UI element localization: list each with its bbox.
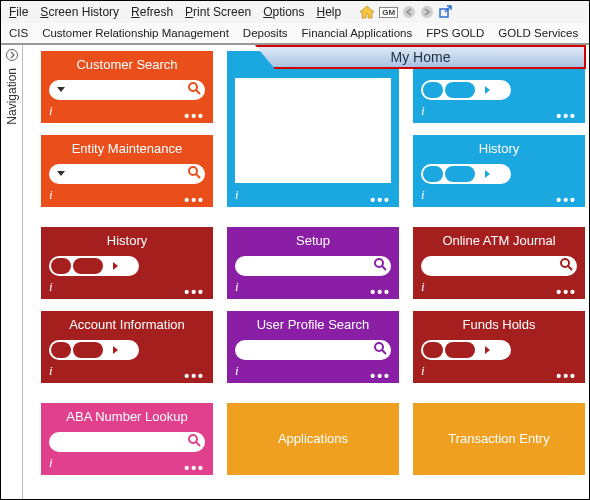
- tile-pill-nav[interactable]: [49, 340, 139, 360]
- svg-point-7: [189, 167, 197, 175]
- tile-customer-search[interactable]: Customer Search i•••: [41, 51, 213, 123]
- more-icon[interactable]: •••: [184, 289, 205, 295]
- more-icon[interactable]: •••: [184, 373, 205, 379]
- menu-print-screen[interactable]: Print Screen: [185, 5, 251, 19]
- gm-icon[interactable]: GM: [379, 7, 398, 18]
- tile-search-input[interactable]: [421, 256, 577, 276]
- search-icon[interactable]: [187, 433, 201, 450]
- tile-title: ABA Number Lookup: [49, 409, 205, 424]
- tile-title: Entity Maintenance: [49, 141, 205, 156]
- info-icon[interactable]: i: [421, 279, 425, 295]
- tile-group-3: ABA Number Lookup i••• Applications Tran…: [41, 403, 579, 475]
- menubar: File Screen History Refresh Print Screen…: [1, 1, 589, 23]
- chevron-right-icon: [6, 49, 18, 64]
- tile-group-2: History i••• Setup i••• Onli: [41, 227, 579, 383]
- nav-deposits[interactable]: Deposits: [243, 27, 288, 39]
- tile-transaction-entry[interactable]: Transaction Entry: [413, 403, 585, 475]
- home-icon[interactable]: [359, 5, 375, 19]
- info-icon[interactable]: i: [235, 187, 239, 203]
- tile-recent[interactable]: Rec i•••: [227, 51, 399, 207]
- search-icon[interactable]: [373, 341, 387, 358]
- more-icon[interactable]: •••: [184, 113, 205, 119]
- my-home-banner[interactable]: My Home: [255, 45, 586, 69]
- more-icon[interactable]: •••: [370, 373, 391, 379]
- tile-account-info[interactable]: Account Information i•••: [41, 311, 213, 383]
- tile-history-maroon[interactable]: History i•••: [41, 227, 213, 299]
- search-icon[interactable]: [187, 81, 201, 98]
- navigation-label: Navigation: [5, 68, 19, 125]
- svg-point-9: [375, 259, 383, 267]
- info-icon[interactable]: i: [49, 103, 53, 119]
- navigation-side-tab[interactable]: Navigation: [1, 45, 23, 499]
- dropdown-icon[interactable]: [57, 171, 65, 176]
- menu-screen-history[interactable]: Screen History: [40, 5, 119, 19]
- tile-group-1: Customer Search i••• Entity Maintenance: [41, 51, 579, 207]
- info-icon[interactable]: i: [235, 363, 239, 379]
- tile-title: Customer Search: [49, 57, 205, 72]
- menu-options[interactable]: Options: [263, 5, 304, 19]
- tiles-wrap: Customer Search i••• Entity Maintenance: [41, 51, 579, 475]
- back-icon: [402, 5, 416, 19]
- info-icon[interactable]: i: [235, 279, 239, 295]
- info-icon[interactable]: i: [421, 187, 425, 203]
- menu-help[interactable]: Help: [317, 5, 342, 19]
- info-icon[interactable]: i: [421, 363, 425, 379]
- search-icon[interactable]: [559, 257, 573, 274]
- nav-fpsgold[interactable]: FPS GOLD: [426, 27, 484, 39]
- tile-search-input[interactable]: [49, 164, 205, 184]
- tile-title: History: [421, 141, 577, 156]
- info-icon[interactable]: i: [421, 103, 425, 119]
- nav-finapps[interactable]: Financial Applications: [302, 27, 413, 39]
- popout-icon[interactable]: [438, 5, 452, 19]
- info-icon[interactable]: i: [49, 279, 53, 295]
- svg-line-8: [196, 174, 200, 178]
- svg-point-2: [421, 6, 433, 18]
- content-area: My Home Customer Search i••• En: [23, 45, 589, 499]
- tile-online-atm[interactable]: Online ATM Journal i•••: [413, 227, 585, 299]
- tile-applications[interactable]: Applications: [227, 403, 399, 475]
- more-icon[interactable]: •••: [370, 197, 391, 203]
- more-icon[interactable]: •••: [556, 373, 577, 379]
- more-icon[interactable]: •••: [556, 113, 577, 119]
- tile-search-input[interactable]: [235, 340, 391, 360]
- info-icon[interactable]: i: [49, 187, 53, 203]
- svg-point-1: [403, 6, 415, 18]
- more-icon[interactable]: •••: [184, 465, 205, 471]
- tile-search-input[interactable]: [235, 256, 391, 276]
- more-icon[interactable]: •••: [556, 197, 577, 203]
- tile-funds-holds[interactable]: Funds Holds i•••: [413, 311, 585, 383]
- more-icon[interactable]: •••: [370, 289, 391, 295]
- tile-pill-nav[interactable]: [421, 340, 511, 360]
- dropdown-icon[interactable]: [57, 87, 65, 92]
- navbar: CIS Customer Relationship Management Dep…: [1, 23, 589, 45]
- tile-user-profile[interactable]: User Profile Search i•••: [227, 311, 399, 383]
- more-icon[interactable]: •••: [556, 289, 577, 295]
- info-icon[interactable]: i: [49, 363, 53, 379]
- tile-entity-maintenance[interactable]: Entity Maintenance i•••: [41, 135, 213, 207]
- svg-point-13: [375, 343, 383, 351]
- search-icon[interactable]: [187, 165, 201, 182]
- banner-title: My Home: [391, 49, 451, 65]
- svg-point-4: [6, 50, 17, 61]
- tile-history-blue[interactable]: History i•••: [413, 135, 585, 207]
- more-icon[interactable]: •••: [184, 197, 205, 203]
- tile-search-input[interactable]: [49, 80, 205, 100]
- tile-title: User Profile Search: [235, 317, 391, 332]
- tile-setup[interactable]: Setup i•••: [227, 227, 399, 299]
- menu-file[interactable]: File: [9, 5, 28, 19]
- svg-point-15: [189, 435, 197, 443]
- tile-pill-nav[interactable]: [421, 80, 511, 100]
- info-icon[interactable]: i: [49, 455, 53, 471]
- svg-marker-0: [360, 6, 374, 18]
- tile-aba-lookup[interactable]: ABA Number Lookup i•••: [41, 403, 213, 475]
- search-icon[interactable]: [373, 257, 387, 274]
- menu-refresh[interactable]: Refresh: [131, 5, 173, 19]
- nav-goldsrv[interactable]: GOLD Services: [498, 27, 578, 39]
- nav-crm[interactable]: Customer Relationship Management: [42, 27, 229, 39]
- svg-line-14: [382, 350, 386, 354]
- tile-search-input[interactable]: [49, 432, 205, 452]
- tile-title: Online ATM Journal: [421, 233, 577, 248]
- tile-pill-nav[interactable]: [421, 164, 511, 184]
- tile-pill-nav[interactable]: [49, 256, 139, 276]
- nav-cis[interactable]: CIS: [9, 27, 28, 39]
